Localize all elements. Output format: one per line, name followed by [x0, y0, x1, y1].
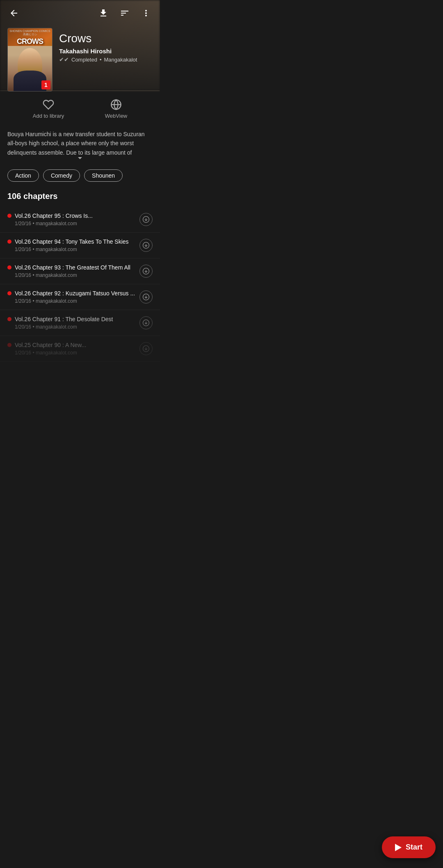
manga-status: ✔✔ Completed • Mangakakalot: [59, 56, 153, 63]
more-options-button[interactable]: [139, 7, 153, 20]
genres-section: Action Comedy Shounen: [0, 169, 160, 190]
filter-button[interactable]: [118, 7, 131, 20]
back-button[interactable]: [7, 7, 21, 20]
chapter-item[interactable]: Vol.25 Chapter 90 : A New... 1/20/16 • m…: [0, 336, 160, 362]
chapter-title-text: Vol.26 Chapter 91 : The Desolate Dest: [15, 316, 113, 322]
chapters-count: 106 chapters: [7, 192, 57, 201]
add-to-library-label: Add to library: [33, 113, 64, 119]
chapters-header: 106 chapters: [0, 190, 160, 207]
genre-tag-comedy[interactable]: Comedy: [43, 169, 80, 182]
unread-dot: [7, 343, 11, 347]
description-section: Bouya Harumichi is a new transfer studen…: [0, 126, 160, 169]
download-button[interactable]: [97, 7, 110, 20]
cover-image: SHONEN CHAMPION COMICS高橋ヒロシ CROWS 1: [7, 28, 53, 91]
genre-tag-action[interactable]: Action: [7, 169, 39, 182]
chapter-download-button[interactable]: [139, 290, 153, 304]
chapter-title: Vol.26 Chapter 92 : Kuzugami Tatsuo Vers…: [7, 290, 139, 297]
cover-top-text: SHONEN CHAMPION COMICS高橋ヒロシ: [8, 28, 52, 37]
unread-dot: [7, 291, 11, 295]
chapter-item[interactable]: Vol.26 Chapter 91 : The Desolate Dest 1/…: [0, 310, 160, 336]
chapter-left: Vol.26 Chapter 91 : The Desolate Dest 1/…: [7, 316, 139, 330]
unread-dot: [7, 214, 11, 218]
chapter-source: mangakakalot.com: [36, 272, 77, 278]
chapter-date: 1/20/16: [15, 221, 31, 226]
chapter-download-button[interactable]: [139, 316, 153, 329]
description-text: Bouya Harumichi is a new transfer studen…: [7, 130, 153, 157]
unread-dot: [7, 240, 11, 244]
chapter-source: mangakakalot.com: [36, 324, 77, 330]
unread-dot: [7, 265, 11, 270]
add-to-library-button[interactable]: Add to library: [33, 99, 64, 119]
chapter-download-button[interactable]: [139, 342, 153, 355]
chapter-source: mangakakalot.com: [36, 350, 77, 356]
chapter-download-button[interactable]: [139, 239, 153, 252]
web-view-button[interactable]: WebView: [105, 99, 127, 119]
chapter-left: Vol.26 Chapter 93 : The Greatest Of Them…: [7, 264, 139, 278]
chapter-source: mangakakalot.com: [36, 298, 77, 304]
manga-author: Takahashi Hiroshi: [59, 48, 153, 55]
chapter-item[interactable]: Vol.26 Chapter 92 : Kuzugami Tatsuo Vers…: [0, 284, 160, 310]
chapter-meta: 1/20/16 • mangakakalot.com: [7, 298, 139, 304]
status-check-icon: ✔✔: [59, 56, 69, 63]
chapter-date: 1/20/16: [15, 350, 31, 356]
chapter-left: Vol.26 Chapter 95 : Crows Is... 1/20/16 …: [7, 212, 139, 226]
manga-source: Mangakakalot: [104, 57, 137, 63]
cover-main-title: CROWS: [8, 37, 52, 46]
chapter-title-text: Vol.25 Chapter 90 : A New...: [15, 342, 86, 348]
chapter-meta: 1/20/16 • mangakakalot.com: [7, 272, 139, 278]
chapter-left: Vol.25 Chapter 90 : A New... 1/20/16 • m…: [7, 342, 139, 356]
manga-details: Crows Takahashi Hiroshi ✔✔ Completed • M…: [59, 28, 153, 63]
manga-status-dot: •: [100, 57, 102, 63]
chapter-date: 1/20/16: [15, 247, 31, 252]
chapter-left: Vol.26 Chapter 92 : Kuzugami Tatsuo Vers…: [7, 290, 139, 304]
chapter-download-button[interactable]: [139, 265, 153, 278]
chapter-title: Vol.26 Chapter 93 : The Greatest Of Them…: [7, 264, 139, 271]
chapter-title: Vol.26 Chapter 95 : Crows Is...: [7, 212, 139, 219]
chapter-title-text: Vol.26 Chapter 94 : Tony Takes To The Sk…: [15, 238, 129, 245]
chapter-title: Vol.26 Chapter 91 : The Desolate Dest: [7, 316, 139, 322]
chapter-left: Vol.26 Chapter 94 : Tony Takes To The Sk…: [7, 238, 139, 252]
chapter-meta: 1/20/16 • mangakakalot.com: [7, 221, 139, 226]
chapter-item[interactable]: Vol.26 Chapter 93 : The Greatest Of Them…: [0, 258, 160, 284]
genre-tag-shounen[interactable]: Shounen: [84, 169, 123, 182]
chapter-list: Vol.26 Chapter 95 : Crows Is... 1/20/16 …: [0, 207, 160, 362]
chapter-download-button[interactable]: [139, 213, 153, 226]
chapter-date: 1/20/16: [15, 272, 31, 278]
chapter-item[interactable]: Vol.26 Chapter 94 : Tony Takes To The Sk…: [0, 233, 160, 258]
chapter-source: mangakakalot.com: [36, 247, 77, 252]
top-nav-bar: [0, 0, 160, 23]
chapter-title: Vol.26 Chapter 94 : Tony Takes To The Sk…: [7, 238, 139, 245]
chapter-source: mangakakalot.com: [36, 221, 77, 226]
manga-title: Crows: [59, 32, 153, 45]
chapter-date: 1/20/16: [15, 298, 31, 304]
chapter-item[interactable]: Vol.26 Chapter 95 : Crows Is... 1/20/16 …: [0, 207, 160, 233]
unread-dot: [7, 317, 11, 321]
action-buttons: Add to library WebView: [0, 91, 160, 126]
chapter-title: Vol.25 Chapter 90 : A New...: [7, 342, 139, 348]
chapter-meta: 1/20/16 • mangakakalot.com: [7, 350, 139, 356]
chapter-title-text: Vol.26 Chapter 92 : Kuzugami Tatsuo Vers…: [15, 290, 135, 297]
chapter-meta: 1/20/16 • mangakakalot.com: [7, 324, 139, 330]
chapter-date: 1/20/16: [15, 324, 31, 330]
cover-volume-number: 1: [41, 80, 50, 89]
chapter-meta: 1/20/16 • mangakakalot.com: [7, 247, 139, 252]
chapter-title-text: Vol.26 Chapter 95 : Crows Is...: [15, 212, 93, 219]
manga-status-text: Completed: [71, 57, 97, 63]
manga-info: SHONEN CHAMPION COMICS高橋ヒロシ CROWS 1 Crow…: [0, 23, 160, 91]
chapter-title-text: Vol.26 Chapter 93 : The Greatest Of Them…: [15, 264, 130, 271]
web-view-label: WebView: [105, 113, 127, 119]
